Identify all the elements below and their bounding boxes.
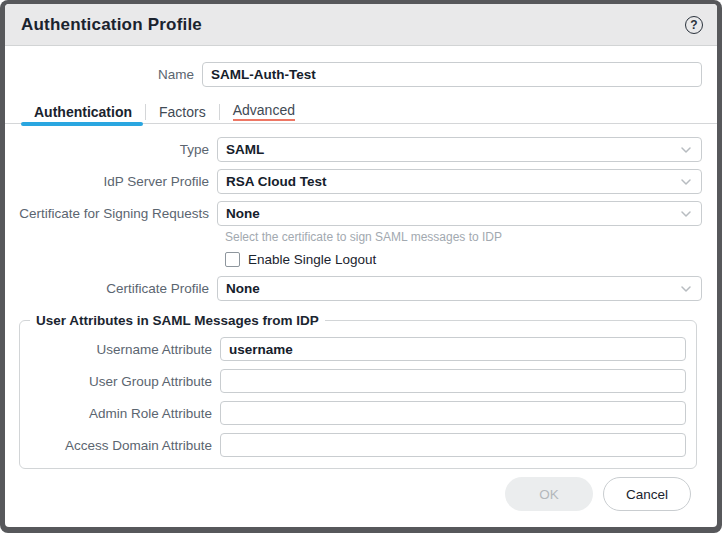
certificate-signing-label: Certificate for Signing Requests — [17, 206, 217, 221]
user-group-attribute-input[interactable] — [220, 369, 686, 393]
username-attribute-row: Username Attribute — [20, 337, 686, 361]
tab-authentication-label: Authentication — [34, 104, 132, 120]
chevron-down-icon — [679, 175, 693, 189]
type-label: Type — [17, 142, 217, 157]
tab-bar: Authentication Factors Advanced — [17, 99, 705, 124]
certificate-signing-value: None — [226, 206, 260, 221]
admin-role-attribute-label: Admin Role Attribute — [20, 406, 220, 421]
ok-button[interactable]: OK — [505, 477, 593, 511]
tab-authentication[interactable]: Authentication — [21, 99, 145, 124]
name-input[interactable] — [202, 62, 702, 87]
certificate-profile-dropdown[interactable]: None — [217, 276, 702, 301]
dialog-titlebar: Authentication Profile ? — [5, 4, 717, 46]
certificate-signing-row: Certificate for Signing Requests None — [17, 201, 705, 226]
chevron-down-icon — [679, 143, 693, 157]
admin-role-attribute-row: Admin Role Attribute — [20, 401, 686, 425]
username-attribute-input[interactable] — [220, 337, 686, 361]
user-group-attribute-row: User Group Attribute — [20, 369, 686, 393]
access-domain-attribute-row: Access Domain Attribute — [20, 433, 686, 457]
user-attributes-group: User Attributes in SAML Messages from ID… — [19, 313, 697, 469]
certificate-signing-dropdown[interactable]: None — [217, 201, 702, 226]
tab-factors[interactable]: Factors — [146, 99, 219, 124]
help-icon[interactable]: ? — [685, 16, 703, 34]
idp-server-profile-label: IdP Server Profile — [17, 174, 217, 189]
certificate-signing-helper-text: Select the certificate to sign SAML mess… — [225, 230, 705, 244]
tab-advanced[interactable]: Advanced — [220, 99, 308, 124]
type-dropdown[interactable]: SAML — [217, 137, 702, 162]
enable-single-logout-label: Enable Single Logout — [248, 252, 376, 267]
authentication-form: Type SAML IdP Server Profile RSA Cloud T… — [17, 137, 705, 308]
certificate-profile-label: Certificate Profile — [17, 281, 217, 296]
admin-role-attribute-input[interactable] — [220, 401, 686, 425]
type-row: Type SAML — [17, 137, 705, 162]
access-domain-attribute-input[interactable] — [220, 433, 686, 457]
certificate-profile-value: None — [226, 281, 260, 296]
dialog-content: Name Authentication Factors Advanced — [5, 46, 717, 527]
enable-single-logout-checkbox[interactable] — [225, 252, 240, 267]
chevron-down-icon — [679, 207, 693, 221]
tab-advanced-label: Advanced — [233, 102, 295, 121]
name-row: Name — [17, 62, 705, 87]
idp-server-profile-dropdown[interactable]: RSA Cloud Test — [217, 169, 702, 194]
dialog-title: Authentication Profile — [21, 15, 202, 35]
username-attribute-label: Username Attribute — [20, 342, 220, 357]
name-label: Name — [17, 67, 202, 82]
idp-server-profile-row: IdP Server Profile RSA Cloud Test — [17, 169, 705, 194]
cancel-button[interactable]: Cancel — [603, 477, 691, 511]
user-attributes-legend: User Attributes in SAML Messages from ID… — [30, 313, 325, 328]
dialog-frame: Authentication Profile ? Name Authentica… — [0, 0, 722, 533]
enable-single-logout-row[interactable]: Enable Single Logout — [225, 252, 705, 267]
access-domain-attribute-label: Access Domain Attribute — [20, 438, 220, 453]
dialog-footer: OK Cancel — [17, 477, 705, 527]
idp-server-profile-value: RSA Cloud Test — [226, 174, 327, 189]
authentication-profile-dialog: Authentication Profile ? Name Authentica… — [5, 4, 717, 527]
tab-factors-label: Factors — [159, 104, 206, 120]
certificate-profile-row: Certificate Profile None — [17, 276, 705, 301]
user-group-attribute-label: User Group Attribute — [20, 374, 220, 389]
chevron-down-icon — [679, 282, 693, 296]
type-dropdown-value: SAML — [226, 142, 264, 157]
